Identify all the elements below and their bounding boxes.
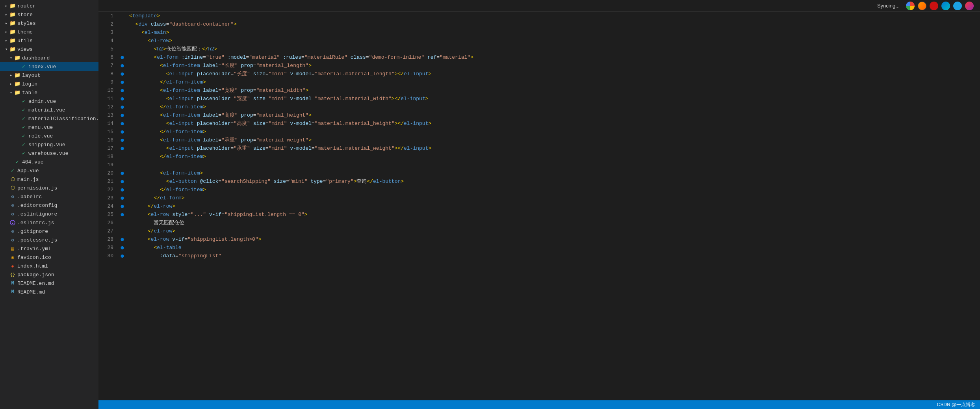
sidebar-item-404-vue[interactable]: 404.vue [0, 158, 98, 166]
arrow-icon [8, 89, 14, 96]
sidebar-item-label: main.js [17, 177, 39, 182]
code-line: <h2>仓位智能匹配：</h2> [129, 45, 977, 53]
line-number: 30 [98, 252, 118, 260]
sidebar: router store styles theme utils views da… [0, 0, 98, 409]
line-number: 13 [98, 111, 118, 119]
arrow-spacer [14, 133, 20, 139]
gutter-mark [118, 252, 126, 260]
sidebar-item-label: router [17, 3, 36, 9]
sidebar-item-label: table [22, 90, 37, 96]
folder-icon [9, 20, 16, 26]
sidebar-item-label: 404.vue [22, 159, 44, 165]
vue-file-icon [20, 63, 27, 70]
line-number: 12 [98, 103, 118, 111]
sidebar-item-label: index.html [17, 263, 48, 269]
line-number: 8 [98, 70, 118, 78]
gutter-mark [118, 70, 126, 78]
sidebar-item-main-js[interactable]: main.js [0, 175, 98, 184]
sidebar-item-app-vue[interactable]: App.vue [0, 166, 98, 175]
sidebar-item-favicon-ico[interactable]: favicon.ico [0, 253, 98, 262]
config-file-icon [9, 211, 16, 217]
vivaldi-icon [965, 2, 974, 10]
sidebar-item-label: materialClassification.vue [28, 116, 98, 122]
line-number: 6 [98, 53, 118, 61]
line-number: 1 [98, 12, 118, 20]
line-number: 2 [98, 20, 118, 28]
vue-file-icon [14, 159, 20, 165]
sidebar-item-readme-md[interactable]: README.md [0, 288, 98, 296]
sidebar-item-permission-js[interactable]: permission.js [0, 184, 98, 192]
folder-icon [9, 37, 16, 44]
folder-icon [14, 89, 20, 96]
editor-content: 1234567891011121314151617181920212223242… [98, 12, 980, 400]
code-line: <el-form :inline="true" :model="material… [129, 53, 977, 61]
sidebar-item-layout[interactable]: layout [0, 71, 98, 80]
sidebar-item-material-vue[interactable]: material.vue [0, 106, 98, 114]
sidebar-item-readme-en-md[interactable]: README.en.md [0, 279, 98, 288]
sidebar-item-package-json[interactable]: package.json [0, 270, 98, 279]
sidebar-item-admin-vue[interactable]: admin.vue [0, 97, 98, 106]
topbar: Syncing... [98, 0, 980, 12]
vue-file-icon [20, 115, 27, 122]
svg-text:●: ● [12, 221, 14, 225]
arrow-spacer [8, 159, 14, 165]
gutter-mark [118, 169, 126, 177]
sidebar-item-index-vue[interactable]: index.vue [0, 62, 98, 71]
line-number: 27 [98, 227, 118, 235]
sidebar-item-editorconfig[interactable]: .editorconfig [0, 201, 98, 210]
sidebar-item-styles[interactable]: styles [0, 19, 98, 28]
code-line: </el-form-item> [129, 78, 977, 86]
sidebar-item-babelrc[interactable]: .babelrc [0, 192, 98, 201]
sidebar-item-label: .gitignore [17, 229, 48, 234]
eslint-icon: ● [9, 219, 16, 226]
arrow-spacer [3, 228, 9, 234]
firefox-icon [918, 2, 926, 10]
sidebar-item-eslintignore[interactable]: .eslintignore [0, 210, 98, 218]
line-number: 26 [98, 219, 118, 227]
sidebar-item-label: layout [22, 73, 41, 78]
sidebar-item-postcssrc-js[interactable]: .postcssrc.js [0, 236, 98, 244]
sidebar-item-eslintrc-js[interactable]: ● .eslintrc.js [0, 218, 98, 227]
arrow-spacer [3, 185, 9, 191]
md-file-icon [9, 280, 16, 286]
arrow-icon [3, 37, 9, 44]
sidebar-item-theme[interactable]: theme [0, 28, 98, 36]
folder-icon [9, 29, 16, 35]
arrow-spacer [14, 141, 20, 148]
gutter-mark [118, 227, 126, 235]
sidebar-item-table[interactable]: table [0, 88, 98, 97]
sidebar-item-label: package.json [17, 272, 54, 278]
gutter-mark [118, 78, 126, 86]
gutter-mark [118, 20, 126, 28]
ie-icon [953, 2, 962, 10]
sidebar-item-shipping-vue[interactable]: shipping.vue [0, 140, 98, 149]
code-line: <template> [129, 12, 977, 20]
code-line: <el-form-item label="宽度" prop="material_… [129, 86, 977, 95]
sidebar-item-index-html[interactable]: index.html [0, 262, 98, 270]
gutter-mark [118, 111, 126, 119]
ico-file-icon [9, 254, 16, 260]
gutter-mark [118, 103, 126, 111]
sidebar-item-login[interactable]: login [0, 80, 98, 88]
sidebar-item-role-vue[interactable]: role.vue [0, 132, 98, 140]
arrow-icon [3, 11, 9, 18]
sidebar-item-label: store [17, 12, 33, 18]
sidebar-item-warehouse-vue[interactable]: warehouse.vue [0, 149, 98, 158]
sidebar-item-views[interactable]: views [0, 45, 98, 54]
sidebar-item-label: README.md [17, 289, 45, 295]
md-file-icon [9, 289, 16, 295]
arrow-icon [8, 81, 14, 87]
sidebar-item-router[interactable]: router [0, 2, 98, 10]
sidebar-item-materialclassification-vue[interactable]: materialClassification.vue [0, 114, 98, 123]
sidebar-item-gitignore[interactable]: .gitignore [0, 227, 98, 236]
sidebar-item-utils[interactable]: utils [0, 36, 98, 45]
line-number: 10 [98, 86, 118, 95]
sidebar-item-store[interactable]: store [0, 10, 98, 19]
sidebar-item-travis-yml[interactable]: .travis.yml [0, 244, 98, 253]
arrow-spacer [3, 211, 9, 217]
folder-icon [14, 55, 20, 61]
sidebar-item-menu-vue[interactable]: menu.vue [0, 123, 98, 132]
code-area[interactable]: <template> <div class="dashboard-contain… [126, 12, 980, 400]
sidebar-item-dashboard[interactable]: dashboard [0, 54, 98, 62]
sidebar-item-label: admin.vue [28, 99, 56, 104]
